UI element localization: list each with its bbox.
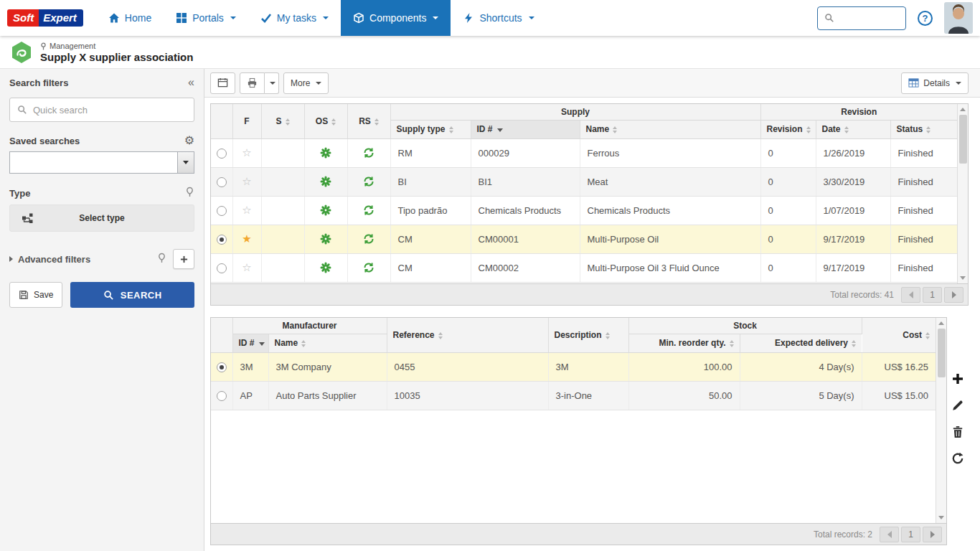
favorite-star-icon[interactable]: ★: [242, 232, 251, 245]
scrollbar-thumb[interactable]: [959, 115, 967, 164]
scroll-down-icon[interactable]: [960, 276, 966, 280]
cell-rs: [347, 253, 390, 282]
print-button[interactable]: [240, 72, 265, 94]
add-filter-button[interactable]: [173, 249, 194, 269]
favorite-star-icon[interactable]: ☆: [242, 175, 251, 187]
col-supply-type[interactable]: Supply type: [390, 120, 471, 138]
row-radio[interactable]: [217, 391, 227, 401]
col-revision[interactable]: Revision: [760, 120, 816, 138]
save-search-button[interactable]: Save: [9, 282, 62, 308]
delete-button[interactable]: [951, 425, 965, 439]
global-search-input[interactable]: [839, 13, 899, 24]
cell-id: Chemicals Products: [471, 196, 580, 225]
scroll-up-icon[interactable]: [938, 321, 944, 325]
table-row-selected[interactable]: ★ CM CM00001 Multi-Purpose Oil 0 9/17/20…: [211, 225, 957, 253]
nav-shortcuts[interactable]: Shortcuts: [451, 0, 546, 36]
page-number-button[interactable]: 1: [901, 527, 920, 542]
saved-search-select[interactable]: [9, 151, 194, 174]
pencil-icon: [951, 399, 964, 412]
col-min-reorder[interactable]: Min. reorder qty.: [628, 334, 740, 352]
main-nav: Home Portals My tasks Compone: [96, 0, 547, 36]
supplier-section: Manufacturer Reference Description Stock…: [210, 317, 969, 545]
supply-table-panel: F S OS RS Supply Revision Supply type ID: [210, 103, 969, 306]
table-row[interactable]: ☆ RM 000029 Ferrous 0 1/26/2019 Fin: [211, 138, 957, 167]
select-type-button[interactable]: Select type: [9, 204, 194, 232]
col-select: [211, 318, 232, 352]
col-status[interactable]: Status: [890, 120, 957, 138]
scroll-up-icon[interactable]: [960, 108, 966, 111]
details-button[interactable]: Details: [901, 72, 969, 94]
nav-my-tasks[interactable]: My tasks: [248, 0, 341, 36]
table-row[interactable]: ☆ Tipo padrão Chemicals Products Chemica…: [211, 196, 957, 225]
quick-search-input[interactable]: [33, 105, 187, 116]
pin-icon[interactable]: [185, 187, 194, 199]
refresh-icon: [951, 452, 964, 465]
page-number-button[interactable]: 1: [923, 287, 942, 303]
search-button[interactable]: SEARCH: [70, 282, 194, 308]
col-s[interactable]: S: [261, 104, 304, 138]
cell-cost: US$ 16.25: [862, 352, 936, 381]
cell-id: CM00002: [471, 253, 580, 282]
user-avatar[interactable]: [944, 2, 973, 34]
row-radio[interactable]: [217, 263, 227, 273]
col-favorite[interactable]: F: [232, 104, 261, 138]
softexpert-logo[interactable]: Soft Expert: [7, 9, 83, 27]
table-row-selected[interactable]: 3M 3M Company 0455 3M 100.00 4 Day(s) US…: [211, 352, 936, 381]
chevron-down-icon: [433, 17, 438, 19]
help-button[interactable]: ?: [918, 11, 933, 26]
col-os[interactable]: OS: [304, 104, 347, 138]
edit-button[interactable]: [951, 398, 965, 413]
more-button[interactable]: More: [283, 72, 329, 94]
col-description[interactable]: Description: [548, 318, 628, 352]
select-dropdown-button[interactable]: [177, 152, 194, 173]
col-date[interactable]: Date: [816, 120, 890, 138]
cell-os: [304, 253, 347, 282]
col-id[interactable]: ID #: [232, 334, 268, 352]
collapse-panel-icon[interactable]: «: [188, 77, 194, 88]
next-page-button[interactable]: [923, 527, 942, 542]
col-rs[interactable]: RS: [347, 104, 390, 138]
row-radio[interactable]: [217, 362, 227, 372]
cell-date: 1/26/2019: [816, 138, 890, 167]
group-supply: Supply: [390, 104, 760, 120]
print-options-button[interactable]: [265, 72, 279, 94]
vertical-scrollbar[interactable]: [957, 104, 968, 283]
prev-page-button[interactable]: [880, 527, 899, 542]
view-form-button[interactable]: [210, 72, 235, 94]
cell-date: 9/17/2019: [816, 253, 890, 282]
col-cost[interactable]: Cost: [862, 318, 936, 352]
vertical-scrollbar[interactable]: [936, 318, 946, 523]
scroll-down-icon[interactable]: [938, 516, 944, 519]
row-radio[interactable]: [217, 206, 227, 216]
row-radio[interactable]: [217, 149, 227, 159]
chevron-down-icon: [323, 17, 329, 19]
col-name[interactable]: Name: [268, 334, 387, 352]
topnav-right: ?: [817, 2, 973, 34]
nav-components[interactable]: Components: [341, 0, 451, 36]
nav-portals[interactable]: Portals: [164, 0, 248, 36]
favorite-star-icon[interactable]: ☆: [242, 204, 251, 216]
col-expected-delivery[interactable]: Expected delivery: [740, 334, 862, 352]
scrollbar-thumb[interactable]: [938, 329, 946, 377]
pin-icon[interactable]: [157, 253, 166, 265]
favorite-star-icon[interactable]: ☆: [242, 261, 251, 273]
advanced-filters-row[interactable]: Advanced filters: [9, 249, 194, 269]
col-name[interactable]: Name: [580, 120, 760, 138]
row-radio[interactable]: [217, 177, 227, 187]
col-reference[interactable]: Reference: [387, 318, 548, 352]
refresh-button[interactable]: [951, 451, 965, 466]
nav-home[interactable]: Home: [96, 0, 164, 36]
table-row[interactable]: AP Auto Parts Supplier 10035 3-in-One 50…: [211, 381, 936, 410]
prev-page-button[interactable]: [901, 287, 920, 303]
next-page-button[interactable]: [944, 287, 963, 303]
gear-icon[interactable]: ⚙: [184, 135, 194, 146]
table-row[interactable]: ☆ BI BI1 Meat 0 3/30/2019 Finished: [211, 167, 957, 196]
saved-searches-row: Saved searches ⚙: [9, 135, 194, 146]
row-radio[interactable]: [217, 235, 227, 245]
col-id[interactable]: ID #: [471, 120, 580, 138]
arrow-left-icon: [909, 291, 913, 298]
favorite-star-icon[interactable]: ☆: [242, 146, 251, 159]
table-row[interactable]: ☆ CM CM00002 Multi-Purpose Oil 3 Fluid O…: [211, 253, 957, 282]
advanced-filters-label: Advanced filters: [18, 254, 90, 265]
add-button[interactable]: [951, 372, 965, 386]
